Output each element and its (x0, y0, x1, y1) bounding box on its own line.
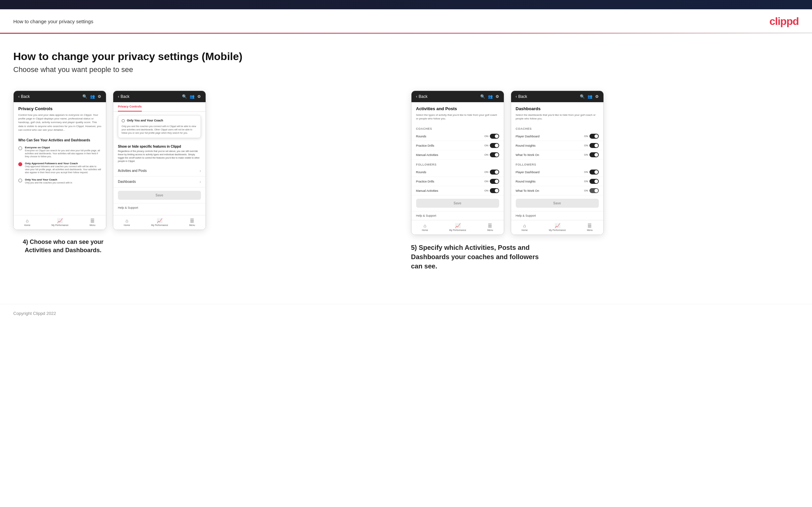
show-hide-text: Regardless of the privacy controls that … (113, 150, 206, 165)
toggle-coaches-player-switch[interactable]: ON (584, 134, 599, 139)
phone-3-help: Help & Support (411, 211, 504, 220)
nav-menu-1[interactable]: ☰ Menu (90, 218, 96, 226)
toggle-followers-round-insights-pill (590, 179, 599, 184)
option-2-desc: Only approved followers and coaches you … (25, 165, 101, 174)
phone-4-back[interactable]: ‹ Back (516, 94, 527, 99)
settings-3-icon[interactable]: ⚙ (496, 94, 499, 99)
phone-1-container: ‹ Back 🔍 👥 ⚙ Privacy Controls (13, 91, 106, 230)
search-3-icon[interactable]: 🔍 (480, 94, 485, 99)
phone-1-icons: 🔍 👥 ⚙ (82, 94, 101, 99)
home-icon: ⌂ (26, 218, 29, 223)
toggle-followers-manual-switch[interactable]: ON (485, 188, 499, 193)
popup-radio-circle (121, 119, 125, 122)
right-caption: 5) Specify which Activities, Posts and D… (411, 243, 544, 271)
toggle-followers-work-on: What To Work On ON (511, 186, 603, 195)
settings-2-icon[interactable]: ⚙ (197, 94, 201, 99)
nav-performance-4[interactable]: 📈 My Performance (549, 223, 566, 231)
logo: clippd (769, 15, 799, 27)
phone-2-save[interactable]: Save (118, 191, 201, 200)
radio-circle-3 (18, 178, 22, 182)
performance-4-label: My Performance (549, 229, 566, 231)
toggle-followers-player-switch[interactable]: ON (584, 170, 599, 174)
followers-drills-label: Practice Drills (416, 180, 435, 183)
toggle-coaches-round-insights-switch[interactable]: ON (584, 143, 599, 148)
performance-2-icon: 📈 (157, 218, 162, 223)
menu-item-activities[interactable]: Activities and Posts › (113, 166, 206, 176)
toggle-coaches-rounds-switch[interactable]: ON (485, 134, 499, 139)
radio-circle-1 (18, 146, 22, 150)
phone-4-icons: 🔍 👥 ⚙ (580, 94, 599, 99)
settings-icon[interactable]: ⚙ (98, 94, 101, 99)
phone-1-header: ‹ Back 🔍 👥 ⚙ (14, 91, 106, 102)
popup-radio-row: Only You and Your Coach (121, 119, 197, 123)
coaches-round-insights-label: Round Insights (516, 144, 536, 147)
person-icon[interactable]: 👥 (90, 94, 95, 99)
popup-title: Only You and Your Coach (127, 119, 163, 122)
left-section: ‹ Back 🔍 👥 ⚙ Privacy Controls (13, 91, 401, 255)
search-icon[interactable]: 🔍 (82, 94, 87, 99)
nav-menu-3[interactable]: ☰ Menu (487, 223, 493, 231)
search-4-icon[interactable]: 🔍 (580, 94, 585, 99)
menu-2-label: Menu (189, 224, 195, 226)
phone-4-help: Help & Support (511, 211, 603, 220)
nav-performance-3[interactable]: 📈 My Performance (449, 223, 466, 231)
radio-option-2[interactable]: Only Approved Followers and Your Coach O… (14, 160, 106, 176)
nav-menu-4[interactable]: ☰ Menu (587, 223, 593, 231)
right-phone-pair: ‹ Back 🔍 👥 ⚙ Activities and Posts S (411, 91, 604, 235)
phone-3-container: ‹ Back 🔍 👥 ⚙ Activities and Posts S (411, 91, 504, 235)
radio-text-2: Only Approved Followers and Your Coach O… (25, 162, 101, 174)
toggle-followers-round-insights-switch[interactable]: ON (584, 179, 599, 184)
followers-4-header: FOLLOWERS (511, 160, 603, 168)
toggle-coaches-work-on-switch[interactable]: ON (584, 152, 599, 157)
tab-privacy-controls[interactable]: Privacy Controls (118, 102, 142, 111)
radio-option-3[interactable]: Only You and Your Coach Only you and the… (14, 176, 106, 186)
toggle-coaches-drills: Practice Drills ON (411, 141, 504, 150)
person-4-icon[interactable]: 👥 (588, 94, 593, 99)
toggle-coaches-manual-pill (490, 152, 499, 157)
nav-menu-2[interactable]: ☰ Menu (189, 218, 195, 226)
toggle-followers-work-on-pill (590, 188, 599, 193)
phone-1-section-title: Privacy Controls (14, 102, 106, 113)
toggle-coaches-manual-switch[interactable]: ON (485, 152, 499, 157)
phone-3-header: ‹ Back 🔍 👥 ⚙ (411, 91, 504, 102)
toggle-coaches-rounds: Rounds ON (411, 132, 504, 141)
back-chevron-2-icon: ‹ (118, 94, 119, 99)
home-3-icon: ⌂ (423, 223, 426, 228)
menu-2-icon: ☰ (190, 218, 194, 223)
phone-2-back[interactable]: ‹ Back (118, 94, 130, 99)
nav-home-4[interactable]: ⌂ Home (521, 223, 528, 231)
search-2-icon[interactable]: 🔍 (182, 94, 187, 99)
toggle-followers-manual-pill (490, 188, 499, 193)
nav-home-2[interactable]: ⌂ Home (124, 218, 130, 226)
phone-2-help: Help & Support (113, 203, 206, 212)
nav-home-1[interactable]: ⌂ Home (24, 218, 31, 226)
option-2-label: Only Approved Followers and Your Coach (25, 162, 101, 165)
phone-1-back[interactable]: ‹ Back (18, 94, 30, 99)
toggle-coaches-drills-switch[interactable]: ON (485, 143, 499, 148)
nav-performance-1[interactable]: 📈 My Performance (51, 218, 68, 226)
toggle-followers-drills-switch[interactable]: ON (485, 179, 499, 184)
page-heading: How to change your privacy settings (Mob… (13, 50, 799, 63)
toggle-followers-rounds-switch[interactable]: ON (485, 170, 499, 174)
toggle-coaches-work-on-pill (590, 152, 599, 157)
person-2-icon[interactable]: 👥 (190, 94, 195, 99)
phone-3-back[interactable]: ‹ Back (416, 94, 428, 99)
phone-4-container: ‹ Back 🔍 👥 ⚙ Dashboards Select the (511, 91, 604, 235)
phone-3-save[interactable]: Save (416, 199, 499, 208)
option-1-label: Everyone on Clippd (25, 146, 101, 149)
nav-performance-2[interactable]: 📈 My Performance (151, 218, 168, 226)
radio-option-1[interactable]: Everyone on Clippd Everyone on Clippd ca… (14, 144, 106, 160)
header-title: How to change your privacy settings (13, 18, 93, 24)
settings-4-icon[interactable]: ⚙ (595, 94, 599, 99)
performance-4-icon: 📈 (555, 223, 560, 228)
toggle-followers-player-dash: Player Dashboard ON (511, 168, 603, 177)
menu-item-dashboards[interactable]: Dashboards › (113, 176, 206, 187)
phone-4-title: Dashboards (511, 102, 603, 113)
toggle-followers-work-on-switch[interactable]: ON (584, 188, 599, 193)
person-3-icon[interactable]: 👥 (488, 94, 493, 99)
nav-home-3[interactable]: ⌂ Home (422, 223, 428, 231)
phone-1-body: Privacy Controls Control how you and you… (14, 102, 106, 215)
toggle-coaches-work-on: What To Work On ON (511, 150, 603, 160)
coaches-player-dash-label: Player Dashboard (516, 135, 540, 138)
phone-4-save[interactable]: Save (516, 199, 599, 208)
